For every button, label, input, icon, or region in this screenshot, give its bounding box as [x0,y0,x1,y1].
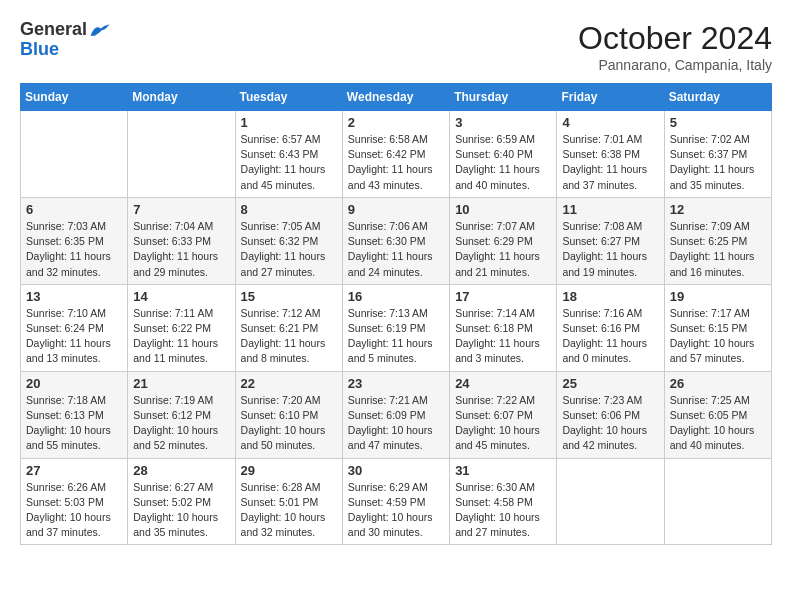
day-info: Sunrise: 6:30 AM Sunset: 4:58 PM Dayligh… [455,480,551,541]
day-info: Sunrise: 6:27 AM Sunset: 5:02 PM Dayligh… [133,480,229,541]
calendar-week-row: 27Sunrise: 6:26 AM Sunset: 5:03 PM Dayli… [21,458,772,545]
day-info: Sunrise: 7:14 AM Sunset: 6:18 PM Dayligh… [455,306,551,367]
day-number: 4 [562,115,658,130]
month-title: October 2024 [578,20,772,57]
calendar-cell: 4Sunrise: 7:01 AM Sunset: 6:38 PM Daylig… [557,111,664,198]
calendar-week-row: 13Sunrise: 7:10 AM Sunset: 6:24 PM Dayli… [21,284,772,371]
day-number: 12 [670,202,766,217]
calendar-cell: 8Sunrise: 7:05 AM Sunset: 6:32 PM Daylig… [235,197,342,284]
calendar-cell: 9Sunrise: 7:06 AM Sunset: 6:30 PM Daylig… [342,197,449,284]
day-number: 6 [26,202,122,217]
day-info: Sunrise: 7:03 AM Sunset: 6:35 PM Dayligh… [26,219,122,280]
calendar-table: SundayMondayTuesdayWednesdayThursdayFrid… [20,83,772,545]
logo-blue-text: Blue [20,40,111,60]
day-number: 13 [26,289,122,304]
weekday-header-friday: Friday [557,84,664,111]
day-info: Sunrise: 6:26 AM Sunset: 5:03 PM Dayligh… [26,480,122,541]
calendar-cell: 5Sunrise: 7:02 AM Sunset: 6:37 PM Daylig… [664,111,771,198]
calendar-cell: 19Sunrise: 7:17 AM Sunset: 6:15 PM Dayli… [664,284,771,371]
day-number: 26 [670,376,766,391]
calendar-cell: 29Sunrise: 6:28 AM Sunset: 5:01 PM Dayli… [235,458,342,545]
weekday-header-saturday: Saturday [664,84,771,111]
day-number: 11 [562,202,658,217]
day-number: 18 [562,289,658,304]
day-number: 21 [133,376,229,391]
day-info: Sunrise: 7:08 AM Sunset: 6:27 PM Dayligh… [562,219,658,280]
day-number: 17 [455,289,551,304]
calendar-cell: 28Sunrise: 6:27 AM Sunset: 5:02 PM Dayli… [128,458,235,545]
day-number: 5 [670,115,766,130]
day-info: Sunrise: 6:29 AM Sunset: 4:59 PM Dayligh… [348,480,444,541]
day-number: 10 [455,202,551,217]
day-number: 2 [348,115,444,130]
day-info: Sunrise: 7:11 AM Sunset: 6:22 PM Dayligh… [133,306,229,367]
day-info: Sunrise: 6:59 AM Sunset: 6:40 PM Dayligh… [455,132,551,193]
day-number: 14 [133,289,229,304]
day-number: 30 [348,463,444,478]
weekday-header-sunday: Sunday [21,84,128,111]
calendar-cell: 15Sunrise: 7:12 AM Sunset: 6:21 PM Dayli… [235,284,342,371]
day-number: 1 [241,115,337,130]
weekday-header-thursday: Thursday [450,84,557,111]
day-info: Sunrise: 7:07 AM Sunset: 6:29 PM Dayligh… [455,219,551,280]
calendar-cell: 3Sunrise: 6:59 AM Sunset: 6:40 PM Daylig… [450,111,557,198]
calendar-cell: 13Sunrise: 7:10 AM Sunset: 6:24 PM Dayli… [21,284,128,371]
calendar-cell: 7Sunrise: 7:04 AM Sunset: 6:33 PM Daylig… [128,197,235,284]
calendar-cell [557,458,664,545]
location-text: Pannarano, Campania, Italy [578,57,772,73]
day-number: 27 [26,463,122,478]
day-info: Sunrise: 7:25 AM Sunset: 6:05 PM Dayligh… [670,393,766,454]
logo: General Blue [20,20,111,60]
calendar-cell [664,458,771,545]
calendar-cell: 12Sunrise: 7:09 AM Sunset: 6:25 PM Dayli… [664,197,771,284]
calendar-cell: 22Sunrise: 7:20 AM Sunset: 6:10 PM Dayli… [235,371,342,458]
day-info: Sunrise: 7:18 AM Sunset: 6:13 PM Dayligh… [26,393,122,454]
day-number: 7 [133,202,229,217]
calendar-cell: 31Sunrise: 6:30 AM Sunset: 4:58 PM Dayli… [450,458,557,545]
day-info: Sunrise: 7:02 AM Sunset: 6:37 PM Dayligh… [670,132,766,193]
day-info: Sunrise: 6:58 AM Sunset: 6:42 PM Dayligh… [348,132,444,193]
calendar-cell: 27Sunrise: 6:26 AM Sunset: 5:03 PM Dayli… [21,458,128,545]
calendar-cell: 10Sunrise: 7:07 AM Sunset: 6:29 PM Dayli… [450,197,557,284]
calendar-cell [128,111,235,198]
day-number: 3 [455,115,551,130]
calendar-cell: 16Sunrise: 7:13 AM Sunset: 6:19 PM Dayli… [342,284,449,371]
day-info: Sunrise: 7:23 AM Sunset: 6:06 PM Dayligh… [562,393,658,454]
day-number: 16 [348,289,444,304]
day-info: Sunrise: 7:22 AM Sunset: 6:07 PM Dayligh… [455,393,551,454]
calendar-cell: 18Sunrise: 7:16 AM Sunset: 6:16 PM Dayli… [557,284,664,371]
day-info: Sunrise: 7:06 AM Sunset: 6:30 PM Dayligh… [348,219,444,280]
day-number: 31 [455,463,551,478]
day-info: Sunrise: 7:16 AM Sunset: 6:16 PM Dayligh… [562,306,658,367]
calendar-week-row: 20Sunrise: 7:18 AM Sunset: 6:13 PM Dayli… [21,371,772,458]
day-info: Sunrise: 7:12 AM Sunset: 6:21 PM Dayligh… [241,306,337,367]
day-number: 19 [670,289,766,304]
day-info: Sunrise: 7:05 AM Sunset: 6:32 PM Dayligh… [241,219,337,280]
day-number: 23 [348,376,444,391]
day-info: Sunrise: 7:17 AM Sunset: 6:15 PM Dayligh… [670,306,766,367]
day-number: 24 [455,376,551,391]
logo-general-text: General [20,20,87,40]
logo-bird-icon [89,22,111,38]
calendar-cell: 14Sunrise: 7:11 AM Sunset: 6:22 PM Dayli… [128,284,235,371]
calendar-week-row: 1Sunrise: 6:57 AM Sunset: 6:43 PM Daylig… [21,111,772,198]
day-info: Sunrise: 7:20 AM Sunset: 6:10 PM Dayligh… [241,393,337,454]
calendar-cell: 26Sunrise: 7:25 AM Sunset: 6:05 PM Dayli… [664,371,771,458]
calendar-cell [21,111,128,198]
page-header: General Blue October 2024 Pannarano, Cam… [20,20,772,73]
day-info: Sunrise: 7:04 AM Sunset: 6:33 PM Dayligh… [133,219,229,280]
calendar-week-row: 6Sunrise: 7:03 AM Sunset: 6:35 PM Daylig… [21,197,772,284]
day-number: 22 [241,376,337,391]
day-info: Sunrise: 7:10 AM Sunset: 6:24 PM Dayligh… [26,306,122,367]
calendar-cell: 25Sunrise: 7:23 AM Sunset: 6:06 PM Dayli… [557,371,664,458]
day-info: Sunrise: 6:28 AM Sunset: 5:01 PM Dayligh… [241,480,337,541]
weekday-header-tuesday: Tuesday [235,84,342,111]
calendar-cell: 21Sunrise: 7:19 AM Sunset: 6:12 PM Dayli… [128,371,235,458]
day-number: 25 [562,376,658,391]
day-number: 28 [133,463,229,478]
day-number: 29 [241,463,337,478]
day-info: Sunrise: 7:09 AM Sunset: 6:25 PM Dayligh… [670,219,766,280]
calendar-cell: 20Sunrise: 7:18 AM Sunset: 6:13 PM Dayli… [21,371,128,458]
calendar-cell: 2Sunrise: 6:58 AM Sunset: 6:42 PM Daylig… [342,111,449,198]
weekday-header-wednesday: Wednesday [342,84,449,111]
